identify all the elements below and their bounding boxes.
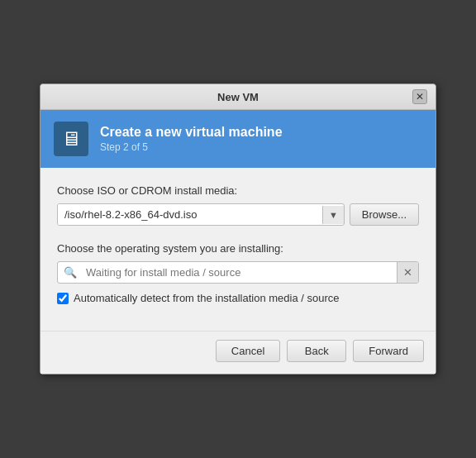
header-text: Create a new virtual machine Step 2 of 5 xyxy=(100,125,283,153)
auto-detect-label: Automatically detect from the installati… xyxy=(74,292,340,304)
monitor-icon: 🖥 xyxy=(61,127,81,150)
os-search-input[interactable] xyxy=(83,262,397,283)
vm-icon-container: 🖥 xyxy=(54,122,88,156)
iso-dropdown-arrow[interactable]: ▼ xyxy=(322,206,344,224)
new-vm-dialog: New VM ✕ 🖥 Create a new virtual machine … xyxy=(40,83,436,375)
search-icon: 🔍 xyxy=(58,262,83,283)
title-bar: New VM ✕ xyxy=(40,84,436,110)
search-clear-button[interactable]: ✕ xyxy=(397,262,418,283)
close-button[interactable]: ✕ xyxy=(412,89,427,104)
header-banner: 🖥 Create a new virtual machine Step 2 of… xyxy=(40,110,436,168)
iso-combo: /iso/rhel-8.2-x86_64-dvd.iso ▼ xyxy=(57,203,345,226)
button-row: Cancel Back Forward xyxy=(40,331,436,374)
iso-row: /iso/rhel-8.2-x86_64-dvd.iso ▼ Browse... xyxy=(57,203,419,226)
browse-button[interactable]: Browse... xyxy=(350,203,419,226)
content-area: Choose ISO or CDROM install media: /iso/… xyxy=(40,168,436,331)
window-title: New VM xyxy=(64,91,412,103)
back-button[interactable]: Back xyxy=(287,340,346,362)
os-search-row: 🔍 ✕ xyxy=(57,261,419,284)
wizard-step: Step 2 of 5 xyxy=(100,141,283,153)
iso-path: /iso/rhel-8.2-x86_64-dvd.iso xyxy=(58,204,322,225)
cancel-button[interactable]: Cancel xyxy=(216,340,280,362)
iso-label: Choose ISO or CDROM install media: xyxy=(57,184,419,197)
os-label: Choose the operating system you are inst… xyxy=(57,242,419,255)
auto-detect-row: Automatically detect from the installati… xyxy=(57,292,419,304)
wizard-title: Create a new virtual machine xyxy=(100,125,283,140)
auto-detect-checkbox[interactable] xyxy=(57,293,69,304)
forward-button[interactable]: Forward xyxy=(353,340,424,362)
